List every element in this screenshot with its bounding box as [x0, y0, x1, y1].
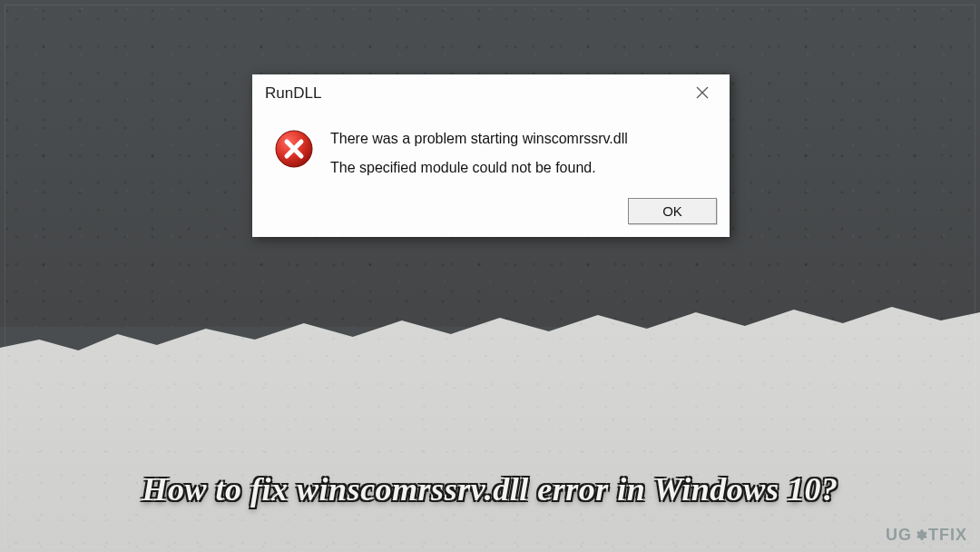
dialog-message-sub: The specified module could not be found. [330, 160, 628, 176]
dialog-titlebar: RunDLL [252, 74, 730, 111]
ok-button[interactable]: OK [628, 198, 717, 224]
dialog-text: There was a problem starting winscomrssr… [330, 129, 628, 176]
article-caption: How to fix winscomrssrv.dll error in Win… [0, 470, 980, 508]
watermark-logo: UG TFIX [886, 526, 967, 545]
dialog-footer: OK [252, 198, 730, 237]
error-icon [274, 129, 314, 169]
watermark-suffix: TFIX [928, 526, 967, 545]
watermark-prefix: UG [886, 526, 912, 545]
close-icon [696, 84, 709, 104]
rundll-dialog: RunDLL [252, 74, 730, 237]
close-button[interactable] [686, 82, 719, 105]
dialog-message-main: There was a problem starting winscomrssr… [330, 131, 628, 147]
dialog-body: There was a problem starting winscomrssr… [252, 111, 730, 198]
dialog-title: RunDLL [265, 84, 321, 103]
gear-icon [913, 528, 927, 543]
